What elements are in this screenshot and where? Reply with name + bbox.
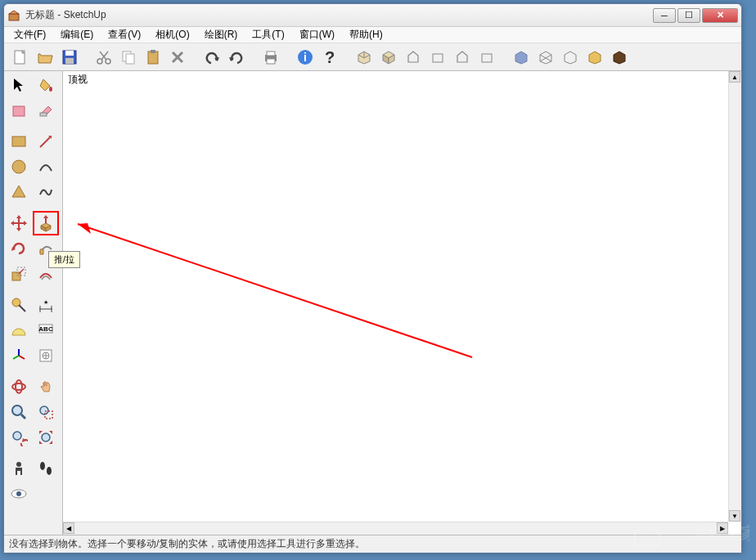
view-top-button[interactable] — [377, 46, 400, 69]
orbit-tool[interactable] — [6, 374, 32, 399]
status-text: 没有选择到物体。选择一个要移动/复制的实体，或请使用选择工具进行多重选择。 — [9, 537, 365, 551]
copy-button[interactable] — [117, 46, 140, 69]
tape-measure-tool[interactable] — [6, 293, 32, 317]
help-button[interactable]: ? — [318, 46, 341, 69]
view-left-button[interactable] — [475, 46, 498, 69]
view-right-button[interactable] — [426, 46, 449, 69]
scrollbar-vertical[interactable]: ▲ ▼ — [728, 71, 741, 522]
new-button[interactable] — [9, 46, 32, 69]
zoom-window-tool[interactable] — [33, 400, 59, 424]
svg-marker-53 — [16, 228, 21, 231]
protractor-tool[interactable] — [6, 318, 32, 343]
rotate-tool[interactable] — [6, 236, 32, 261]
scale-tool[interactable] — [6, 262, 32, 286]
svg-text:★: ★ — [43, 299, 48, 305]
svg-rect-5 — [65, 51, 74, 56]
toolbar-separator — [84, 47, 89, 68]
delete-button[interactable] — [166, 46, 189, 69]
info-button[interactable]: i — [294, 46, 317, 69]
menu-draw[interactable]: 绘图(R) — [198, 26, 245, 43]
window-title: 无标题 - SketchUp — [25, 8, 653, 22]
svg-point-95 — [40, 462, 45, 470]
view-front-button[interactable] — [402, 46, 425, 69]
style-wireframe-button[interactable] — [534, 46, 557, 69]
drawing-canvas[interactable]: 顶视 推/拉 ▲ ▼ ◀ ▶ — [63, 71, 741, 535]
svg-line-76 — [13, 356, 19, 359]
look-around-tool[interactable] — [6, 482, 32, 506]
component-tool[interactable] — [6, 98, 32, 123]
minimize-button[interactable]: ─ — [653, 8, 676, 23]
left-toolbar: ★ ABC — [4, 71, 63, 535]
close-button[interactable]: ✕ — [702, 8, 738, 23]
walk-tool[interactable] — [33, 456, 59, 481]
section-plane-tool[interactable] — [33, 343, 59, 368]
svg-line-84 — [21, 414, 25, 419]
dimension-tool[interactable]: ★ — [33, 293, 59, 317]
redo-button[interactable] — [225, 46, 248, 69]
save-button[interactable] — [58, 46, 81, 69]
svg-marker-1 — [9, 11, 19, 14]
push-pull-tool[interactable] — [33, 211, 59, 235]
menu-view[interactable]: 查看(V) — [101, 26, 147, 43]
svg-marker-88 — [22, 438, 26, 442]
svg-line-46 — [40, 137, 50, 147]
paste-button[interactable] — [142, 46, 164, 69]
scroll-up-icon[interactable]: ▲ — [729, 71, 740, 83]
svg-marker-40 — [614, 52, 625, 64]
line-tool[interactable] — [33, 129, 59, 154]
polygon-tool[interactable] — [6, 180, 32, 204]
style-shaded-button[interactable] — [583, 46, 606, 69]
arc-tool[interactable] — [33, 155, 59, 179]
titlebar[interactable]: 无标题 - SketchUp ─ ☐ ✕ — [4, 4, 741, 27]
svg-line-75 — [19, 356, 25, 359]
cut-button[interactable] — [92, 46, 115, 69]
paint-bucket-tool[interactable] — [33, 73, 59, 97]
menu-camera[interactable]: 相机(O) — [149, 26, 196, 43]
maximize-button[interactable]: ☐ — [677, 8, 700, 23]
freehand-tool[interactable] — [33, 180, 59, 204]
axes-tool[interactable] — [6, 343, 32, 368]
svg-marker-52 — [16, 215, 21, 218]
zoom-previous-tool[interactable] — [6, 425, 32, 450]
pan-tool[interactable] — [33, 374, 59, 399]
toolbar-separator — [344, 47, 349, 68]
svg-marker-62 — [40, 249, 43, 254]
menu-window[interactable]: 窗口(W) — [293, 26, 341, 43]
open-button[interactable] — [34, 46, 56, 69]
zoom-tool[interactable] — [6, 400, 32, 424]
view-back-button[interactable] — [451, 46, 474, 69]
svg-point-81 — [12, 383, 25, 390]
position-camera-tool[interactable] — [6, 456, 32, 481]
toolbar-separator — [192, 47, 197, 68]
svg-marker-38 — [565, 52, 576, 64]
app-icon — [7, 9, 20, 22]
view-iso-button[interactable] — [353, 46, 376, 69]
svg-text:ABC: ABC — [38, 325, 53, 333]
menu-edit[interactable]: 编辑(E) — [54, 26, 100, 43]
style-hidden-button[interactable] — [559, 46, 582, 69]
menu-help[interactable]: 帮助(H) — [343, 26, 389, 43]
svg-text:?: ? — [325, 48, 335, 66]
circle-tool[interactable] — [6, 155, 32, 179]
svg-marker-92 — [39, 441, 43, 444]
svg-point-48 — [12, 160, 25, 173]
svg-point-42 — [49, 87, 52, 92]
watermark-logo: 系统之家 — [619, 504, 749, 553]
undo-button[interactable] — [200, 46, 223, 69]
menu-tools[interactable]: 工具(T) — [245, 26, 290, 43]
move-tool[interactable] — [6, 211, 32, 235]
select-tool[interactable] — [6, 73, 32, 97]
main-area: ★ ABC — [4, 71, 741, 535]
svg-marker-93 — [49, 441, 52, 444]
print-button[interactable] — [259, 46, 282, 69]
menu-file[interactable]: 文件(F) — [7, 26, 52, 43]
svg-rect-45 — [12, 137, 25, 146]
style-xray-button[interactable] — [510, 46, 533, 69]
scroll-left-icon[interactable]: ◀ — [63, 522, 74, 534]
text-tool[interactable]: ABC — [33, 318, 59, 343]
zoom-extents-tool[interactable] — [33, 425, 59, 450]
rectangle-tool[interactable] — [6, 129, 32, 154]
svg-marker-91 — [49, 431, 52, 434]
eraser-tool[interactable] — [33, 98, 59, 123]
style-textured-button[interactable] — [608, 46, 631, 69]
